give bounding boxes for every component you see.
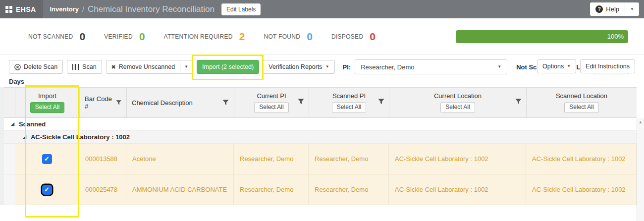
app-logo[interactable]: EHSA (0, 0, 43, 18)
chevron-down-icon: ▼ (497, 65, 501, 69)
remove-unscanned-label: Remove Unscanned (119, 63, 175, 70)
barcode-icon (72, 64, 79, 70)
circle-x-icon (14, 64, 21, 70)
scan-label: Scan (82, 63, 97, 70)
collapse-triangle-icon[interactable]: ◢ (11, 122, 14, 126)
progress-bar: 100% (456, 30, 628, 43)
row-chemical-cell: AMMONIUM ACID CARBONATE (126, 174, 234, 205)
row-barcode-cell: 000025478 (79, 174, 126, 205)
counter-not-found: NOT FOUND 0 (264, 31, 313, 42)
filter-icon[interactable] (116, 100, 121, 106)
group-label: AC-Sickle Cell Laboratory : 1002 (31, 133, 130, 141)
header-label: Scanned PI (332, 92, 366, 100)
import-button[interactable]: Import (2 selected) (197, 60, 259, 74)
days-label: Days (9, 78, 635, 85)
delete-scan-label: Delete Scan (24, 63, 57, 70)
header-expander-cell (4, 88, 15, 117)
help-button[interactable]: ? Help (590, 2, 625, 16)
header-chemical-description[interactable]: Chemical Description (126, 88, 234, 117)
counter-value: 0 (370, 31, 376, 42)
verification-reports-button[interactable]: Verification Reports ▼ (263, 60, 334, 74)
header-label: Current PI (257, 92, 286, 100)
filter-icon[interactable] (378, 99, 384, 105)
pi-label: PI: (343, 63, 351, 71)
counter-attention-required: ATTENTION REQUIRED 2 (164, 31, 245, 42)
page-title: Chemical Inventory Reconciliation (88, 4, 215, 14)
toolbar-right-group: Options ▼ Edit Instructions (537, 59, 635, 73)
group-row-laboratory[interactable]: ◢ AC-Sickle Cell Laboratory : 1002 (4, 131, 637, 144)
row-current-pi-cell: Researcher, Demo (234, 144, 309, 174)
counter-label: DISPOSED (331, 33, 363, 40)
row-scanned-location-cell: AC-Sickle Cell Laboratory : 1002 (526, 174, 637, 205)
header-label: Chemical Description (132, 99, 193, 107)
toolbar: Delete Scan Scan ✖ Remove Unscanned ▼ Im… (0, 55, 644, 87)
filter-icon[interactable] (222, 100, 229, 106)
options-button[interactable]: Options ▼ (537, 59, 576, 73)
chevron-down-icon: ▼ (184, 65, 188, 69)
header-scanned-pi[interactable]: Scanned PI Select All (309, 88, 389, 117)
chevron-down-icon: ▼ (630, 7, 634, 11)
scan-button[interactable]: Scan (67, 60, 102, 74)
counter-label: NOT FOUND (264, 33, 300, 40)
counter-value: 2 (239, 31, 245, 42)
group-label: Scanned (19, 120, 46, 128)
import-checkbox[interactable]: ✓ (42, 185, 52, 195)
vertical-scrollbar[interactable]: ▲ (637, 118, 644, 221)
help-label: Help (606, 5, 619, 13)
row-barcode-cell: 000013588 (79, 144, 126, 174)
collapse-triangle-icon[interactable]: ◢ (23, 135, 26, 139)
header-scanned-location[interactable]: Scanned Location Select All (526, 88, 637, 117)
counter-not-scanned: NOT SCANNED 0 (28, 31, 85, 42)
table-row: ✓ 000013588 Acetone Researcher, Demo Res… (4, 144, 637, 174)
row-import-cell: ✓ (15, 174, 79, 205)
counter-value: 0 (79, 31, 85, 42)
breadcrumb-section[interactable]: Inventory (50, 5, 79, 13)
grid-header-row: Import Select All Bar Code # Chemical De… (4, 87, 637, 118)
scanned-location-select-all-button[interactable]: Select All (564, 102, 598, 112)
row-import-cell: ✓ (15, 144, 79, 174)
scanned-pi-select-all-button[interactable]: Select All (332, 102, 366, 112)
row-scanned-location-cell: AC-Sickle Cell Laboratory : 1002 (526, 144, 637, 174)
header-current-location[interactable]: Current Location Select All (389, 88, 526, 117)
scroll-up-icon[interactable]: ▲ (639, 120, 643, 221)
row-current-location-cell: AC-Sickle Cell Laboratory : 1002 (389, 144, 526, 174)
counter-label: VERIFIED (104, 33, 133, 40)
header-label: Import (38, 92, 56, 100)
edit-instructions-button[interactable]: Edit Instructions (580, 59, 635, 73)
summary-band: NOT SCANNED 0 VERIFIED 0 ATTENTION REQUI… (0, 18, 644, 55)
progress-percent: 100% (607, 33, 624, 40)
help-button-group: ? Help ▼ (590, 2, 639, 16)
row-current-pi-cell: Researcher, Demo (234, 174, 309, 205)
filter-icon[interactable] (298, 99, 304, 105)
counter-value: 0 (139, 31, 145, 42)
header-label: Scanned Location (556, 92, 607, 100)
header-bar-code[interactable]: Bar Code # (79, 88, 126, 117)
header-label: Current Location (434, 92, 482, 100)
import-checkbox[interactable]: ✓ (42, 154, 52, 164)
breadcrumb-separator: / (82, 5, 84, 13)
pi-select[interactable]: Researcher, Demo ▼ (355, 59, 507, 74)
row-scanned-pi-cell: Researcher, Demo (309, 144, 389, 174)
import-select-all-button[interactable]: Select All (30, 102, 64, 112)
table-row: ✓ 000025478 AMMONIUM ACID CARBONATE Rese… (4, 174, 637, 205)
top-bar: EHSA Inventory / Chemical Inventory Reco… (0, 0, 644, 18)
edit-labels-button[interactable]: Edit Labels (221, 3, 261, 15)
help-dropdown-button[interactable]: ▼ (625, 2, 639, 16)
help-icon: ? (595, 5, 603, 13)
remove-unscanned-dropdown-button[interactable]: ▼ (180, 60, 193, 74)
delete-scan-button[interactable]: Delete Scan (9, 60, 63, 74)
current-pi-select-all-button[interactable]: Select All (254, 102, 288, 112)
group-row-scanned[interactable]: ◢ Scanned (4, 118, 637, 131)
row-chemical-cell: Acetone (126, 144, 234, 174)
counter-verified: VERIFIED 0 (104, 31, 145, 42)
chevron-down-icon: ▼ (567, 64, 571, 68)
header-current-pi[interactable]: Current PI Select All (234, 88, 309, 117)
counter-label: ATTENTION REQUIRED (164, 33, 233, 40)
counter-disposed: DISPOSED 0 (331, 31, 376, 42)
current-location-select-all-button[interactable]: Select All (440, 102, 475, 112)
remove-unscanned-button[interactable]: ✖ Remove Unscanned (106, 60, 180, 74)
filter-icon[interactable] (515, 99, 522, 105)
row-current-location-cell: AC-Sickle Cell Laboratory : 1002 (389, 174, 526, 205)
header-label: Bar Code # (85, 95, 113, 110)
inventory-grid: Import Select All Bar Code # Chemical De… (0, 87, 637, 205)
